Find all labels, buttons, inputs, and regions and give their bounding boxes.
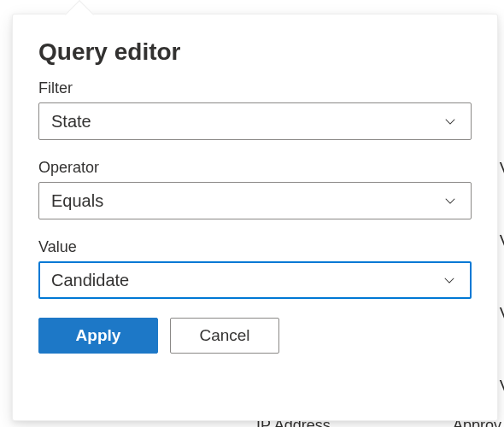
filter-select-value: State — [51, 112, 91, 132]
filter-select[interactable]: State — [38, 102, 472, 140]
value-label: Value — [38, 238, 472, 256]
cancel-button[interactable]: Cancel — [170, 318, 279, 354]
bg-text: V — [500, 377, 504, 396]
bg-text: V — [500, 159, 504, 178]
chevron-down-icon — [442, 113, 459, 130]
filter-label: Filter — [38, 79, 472, 97]
button-row: Apply Cancel — [38, 318, 472, 354]
bg-text: V — [500, 304, 504, 324]
value-select-value: Candidate — [51, 271, 129, 290]
value-select[interactable]: Candidate — [38, 261, 472, 299]
apply-button[interactable]: Apply — [38, 318, 158, 354]
chevron-down-icon — [441, 272, 458, 289]
operator-select[interactable]: Equals — [38, 182, 472, 219]
chevron-down-icon — [442, 192, 459, 209]
operator-label: Operator — [38, 159, 472, 177]
bg-text: V — [500, 231, 504, 251]
query-editor-panel: Query editor Filter State Operator Equal… — [12, 14, 498, 421]
panel-title: Query editor — [38, 38, 472, 66]
operator-select-value: Equals — [51, 191, 103, 211]
